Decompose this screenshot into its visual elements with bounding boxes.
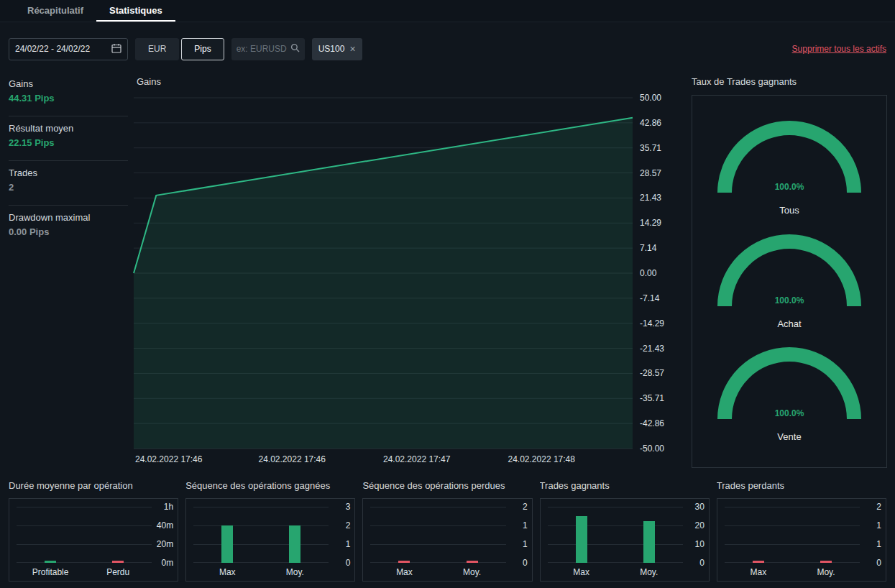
asset-chip-us100[interactable]: US100 ×: [312, 38, 362, 60]
gauge-percentage: 100.0%: [714, 182, 865, 192]
summary-item-resultat-moyen: Résultat moyen 22.15 Pips: [9, 116, 128, 161]
pips-button[interactable]: Pips: [181, 38, 224, 60]
y-axis-tick: 21.43: [640, 193, 661, 203]
gauge-percentage: 100.0%: [714, 408, 865, 418]
y-tick: 2: [876, 502, 881, 512]
gauge-label: Tous: [714, 205, 865, 216]
y-tick: 1: [876, 539, 881, 549]
category-label: Max: [193, 567, 261, 578]
bar-profitable: [45, 561, 56, 563]
bar-max: [753, 561, 764, 563]
y-tick: 1: [876, 520, 881, 530]
bar-perdu: [112, 561, 124, 563]
y-axis-tick: -21.43: [640, 344, 664, 354]
y-axis-tick: 28.57: [640, 168, 661, 178]
x-axis-tick: 24.02.2022 17:46: [259, 454, 326, 464]
chart-trades-perdants: Trades perdants Max Moy.: [717, 480, 886, 582]
mini-chart-title: Séquence des opérations gagnées: [185, 480, 355, 492]
mini-chart-area: Profitable Perdu 1h 40m 20m 0m: [9, 498, 178, 582]
summary-value: 44.31 Pips: [9, 93, 128, 104]
tab-statistiques[interactable]: Statistiques: [96, 0, 175, 22]
category-label: Perdu: [84, 567, 152, 578]
bar-max: [576, 516, 587, 563]
y-tick: 1: [523, 520, 528, 530]
mini-plot: [17, 507, 152, 563]
gauge-achat: 100.0% Achat: [714, 234, 865, 329]
gauge-label: Achat: [714, 318, 865, 329]
y-axis-tick: 50.00: [640, 93, 661, 103]
y-tick: 20m: [157, 539, 173, 549]
mini-chart-area: Max Moy. 3 2 1 0: [185, 498, 355, 582]
summary-label: Résultat moyen: [9, 123, 128, 134]
symbol-search-input[interactable]: [237, 44, 290, 54]
y-tick: 1h: [164, 502, 173, 512]
gains-chart-panel: Gains 50.0042.8635.7128.5721.4314.297.14…: [134, 74, 673, 467]
summary-panel: Gains 44.31 Pips Résultat moyen 22.15 Pi…: [9, 72, 128, 249]
y-axis-tick: -35.71: [640, 393, 664, 403]
y-axis-tick: 42.86: [640, 118, 661, 128]
mini-chart-area: Max Moy. 2 1 1 0: [717, 498, 886, 582]
gauge-label: Vente: [714, 431, 865, 442]
date-range-value: 24/02/22 - 24/02/22: [15, 44, 90, 54]
summary-label: Drawdown maximal: [9, 212, 128, 223]
mini-chart-title: Durée moyenne par opération: [9, 480, 178, 492]
asset-chip-label: US100: [318, 44, 345, 54]
chart-sequence-gagnees: Séquence des opérations gagnées Max Moy.: [185, 480, 355, 582]
category-label: Max: [548, 567, 615, 578]
chip-close-icon[interactable]: ×: [349, 44, 355, 54]
summary-label: Trades: [9, 167, 128, 178]
mini-chart-title: Trades perdants: [717, 480, 886, 492]
win-rate-panel: Taux de Trades gagnants 100.0% Tous 100.…: [692, 74, 887, 468]
category-label: Max: [725, 567, 792, 578]
y-tick: 0m: [162, 558, 174, 568]
mini-y-axis: 2 1 1 0: [506, 507, 529, 563]
y-tick: 1: [523, 539, 528, 549]
category-label: Profitable: [17, 567, 84, 578]
tab-bar: Récapitulatif Statistiques: [0, 0, 895, 22]
gains-chart-plot: [134, 98, 633, 449]
delete-all-assets-link[interactable]: Supprimer tous les actifs: [792, 44, 886, 54]
category-label: Moy.: [439, 567, 506, 578]
date-range-input[interactable]: 24/02/22 - 24/02/22: [9, 38, 128, 60]
category-label: Max: [370, 567, 438, 578]
mini-y-axis: 1h 40m 20m 0m: [152, 507, 175, 563]
win-rate-title: Taux de Trades gagnants: [692, 76, 887, 88]
y-tick: 10: [694, 539, 704, 549]
bar-max: [398, 561, 410, 563]
x-axis-tick: 24.02.2022 17:47: [383, 454, 450, 464]
category-label: Moy.: [261, 567, 329, 578]
tab-recapitulatif[interactable]: Récapitulatif: [14, 0, 96, 22]
chart-trades-gagnants: Trades gagnants Max Moy.: [540, 480, 710, 582]
summary-value: 2: [9, 182, 128, 193]
mini-plot: [548, 507, 683, 563]
bar-moy: [467, 561, 478, 563]
gains-y-axis: 50.0042.8635.7128.5721.4314.297.140.00-7…: [633, 98, 673, 449]
summary-item-gains: Gains 44.31 Pips: [9, 72, 128, 116]
mini-y-axis: 3 2 1 0: [329, 507, 352, 563]
mini-plot: [193, 507, 329, 563]
symbol-search: [231, 38, 305, 60]
currency-button[interactable]: EUR: [135, 38, 179, 60]
y-axis-tick: -7.14: [640, 293, 659, 303]
bottom-charts: Durée moyenne par opération Profitable P…: [0, 480, 895, 582]
gauge-vente: 100.0% Vente: [714, 347, 865, 442]
gains-area-chart: [134, 98, 633, 449]
y-axis-tick: -50.00: [640, 444, 664, 454]
mini-plot: [725, 507, 860, 563]
x-axis-tick: 24.02.2022 17:48: [508, 454, 575, 464]
chart-sequence-perdues: Séquence des opérations perdues Max Moy.: [362, 480, 532, 582]
y-tick: 0: [523, 558, 528, 568]
summary-item-trades: Trades 2: [9, 161, 128, 206]
x-axis-tick: 24.02.2022 17:46: [135, 454, 202, 464]
gains-x-axis: 24.02.2022 17:46 24.02.2022 17:46 24.02.…: [134, 449, 633, 467]
gauge-percentage: 100.0%: [714, 295, 865, 306]
y-axis-tick: 0.00: [640, 268, 656, 278]
y-axis-tick: 35.71: [640, 143, 661, 153]
y-tick: 2: [346, 520, 351, 530]
y-axis-tick: -42.86: [640, 418, 664, 428]
bar-moy: [643, 521, 655, 563]
y-tick: 30: [694, 502, 704, 512]
mini-chart-area: Max Moy. 2 1 1 0: [362, 498, 532, 582]
y-axis-tick: 14.29: [640, 218, 661, 228]
y-tick: 3: [346, 502, 351, 512]
